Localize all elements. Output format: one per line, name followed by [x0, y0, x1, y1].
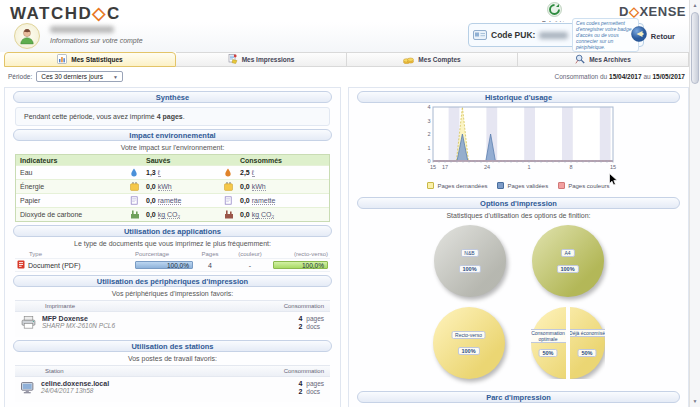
station-name[interactable]: celine.doxense.local [41, 380, 292, 387]
synthese-text: Pendant cette période, vous avez imprimé… [15, 107, 330, 126]
consumed-unit-link[interactable]: kg CO₂ [252, 211, 275, 219]
col-consommation: Consommation [284, 303, 324, 309]
svg-text:8: 8 [569, 164, 572, 170]
col-type: Type [17, 251, 135, 257]
indicator-name: Dioxyde de carbone [20, 211, 130, 218]
legend-item: Pages demandées [427, 182, 487, 189]
saved-unit-link[interactable]: kWh [158, 183, 172, 191]
pie-label: Déjà économisé [570, 329, 605, 337]
col-consommation: Consommation [284, 368, 324, 374]
color-value: - [227, 262, 273, 269]
mouse-cursor [609, 172, 618, 190]
col-station: Station [21, 368, 64, 374]
legend-item: Pages couleurs [558, 182, 609, 189]
account-info-link[interactable]: Informations sur votre compte [50, 37, 143, 44]
consumed-unit-link[interactable]: kWh [252, 183, 266, 191]
scroll-up-arrow[interactable]: ▲ [690, 0, 700, 11]
refresh-icon [547, 3, 562, 20]
date-to: 15/05/2017 [652, 73, 685, 80]
pie-a4: A4 100% [532, 225, 604, 297]
pages-count: 4 [298, 380, 302, 387]
vertical-scrollbar[interactable]: ▲ ▼ [689, 0, 700, 407]
col-indicateurs: Indicateurs [20, 157, 130, 164]
legend-item: Pages validées [497, 182, 548, 189]
printer-name[interactable]: MFP Doxense [42, 315, 292, 322]
consumed-value: 0,0 [240, 183, 250, 190]
percentage-bar: 100,0% [135, 261, 193, 269]
col-couleur: (couleur) [227, 251, 273, 257]
watchdoc-logo: WATCHD◇C [10, 3, 121, 24]
person-icon [17, 26, 37, 46]
section-header-history: Historique d'usage [357, 91, 680, 103]
pages-unit: pages [306, 315, 324, 322]
svg-text:3: 3 [427, 118, 430, 124]
tab-mes-impressions[interactable]: Mes Impressions [176, 52, 347, 67]
legend-label: Pages couleurs [568, 183, 609, 189]
pie-label: A4 [560, 249, 574, 257]
diamond-icon: ◇ [92, 4, 107, 23]
scrollbar-thumb[interactable] [691, 12, 699, 84]
scroll-down-arrow[interactable]: ▼ [690, 396, 700, 407]
indicator-name: Eau [20, 169, 130, 176]
section-header-applications: Utilisation des applications [13, 225, 332, 237]
right-panel: Historique d'usage 012341517241815 Pages… [348, 87, 689, 407]
station-row: celine.doxense.local 24/04/2017 13h58 4p… [15, 377, 330, 402]
pie-label: Recto-verso [451, 331, 486, 339]
legend-label: Pages validées [507, 183, 548, 189]
factory-consumed-icon [224, 210, 240, 220]
percentage-value: 100,0% [167, 262, 189, 269]
chevron-down-icon: ▼ [113, 74, 118, 80]
section-header-parc: Parc d'impression [357, 391, 680, 403]
col-recto-verso: (recto-verso) [273, 251, 328, 257]
pie-half-right-circle [570, 307, 605, 379]
period-select[interactable]: Ces 30 derniers jours ▼ [36, 71, 123, 82]
back-arrow-icon [631, 26, 647, 46]
impact-table-header: Indicateurs Sauvés Consommés [16, 155, 329, 165]
impact-row-energy: Énergie 0,0 kWh 0,0 kWh [16, 179, 329, 193]
content-area: Synthèse Pendant cette période, vous ave… [4, 87, 689, 407]
computer-icon [21, 380, 35, 398]
applications-table-header: Type Pourcentage Pages (couleur) (recto-… [15, 250, 330, 258]
user-avatar[interactable] [14, 23, 40, 49]
synthese-pages-count: 4 pages [157, 113, 183, 120]
pie-value: 100% [458, 265, 480, 273]
pie-nb-circle [434, 225, 506, 297]
saved-value: 0,0 [146, 211, 156, 218]
saved-unit-link[interactable]: ramette [158, 197, 182, 205]
pie-value: 50% [577, 349, 596, 357]
pages-count: 4 [298, 315, 302, 322]
svg-text:15: 15 [429, 164, 435, 170]
period-label: Période: [8, 73, 32, 80]
puk-code-box: Code PUK: Ces codes permettent d'enregis… [468, 23, 644, 47]
energy-plug-saved-icon [130, 182, 146, 192]
tab-mes-archives[interactable]: Mes Archives [518, 52, 689, 67]
station-consumption: 4pages 2docs [298, 380, 324, 395]
pie-value: 100% [556, 265, 578, 273]
saved-unit-link[interactable]: kg CO₂ [158, 211, 181, 219]
chart-legend: Pages demandéesPages validéesPages coule… [349, 182, 688, 189]
application-row: Document (PDF) 100,0% 4 - 100,0% [15, 258, 330, 272]
paper-consumed-icon [224, 196, 240, 206]
printer-model: SHARP MX-2610N PCL6 [42, 322, 292, 329]
pie-label: Consommation optimale [531, 329, 566, 343]
paper-saved-icon [130, 196, 146, 206]
tab-mes-statistiques[interactable]: Mes Statistiques [4, 52, 176, 67]
tab-label: Mes Impressions [242, 56, 295, 63]
consumed-unit-link[interactable]: ℓ [252, 169, 254, 177]
docs-unit: docs [306, 323, 324, 330]
impact-row-paper: Papier 0,0 ramette 0,0 ramette [16, 193, 329, 207]
consumed-unit-link[interactable]: ramette [252, 197, 276, 205]
period-value: Ces 30 derniers jours [41, 73, 103, 80]
tab-mes-comptes[interactable]: Mes Comptes [347, 52, 518, 67]
impact-row-co2: Dioxyde de carbone 0,0 kg CO₂ 0,0 kg CO₂ [16, 207, 329, 221]
saved-unit-link[interactable]: ℓ [158, 169, 160, 177]
consumption-range: Consommation du 15/04/2017 au 15/05/2017 [554, 73, 685, 80]
docs-count: 2 [298, 323, 302, 330]
applications-subtitle: Le type de documents que vous imprimez l… [11, 240, 334, 247]
saved-value: 1,3 [146, 169, 156, 176]
coins-icon [403, 55, 414, 65]
saved-value: 0,0 [146, 183, 156, 190]
id-card-icon [473, 26, 487, 44]
back-button[interactable]: Retour [631, 26, 675, 46]
magnifier-icon [575, 54, 585, 65]
